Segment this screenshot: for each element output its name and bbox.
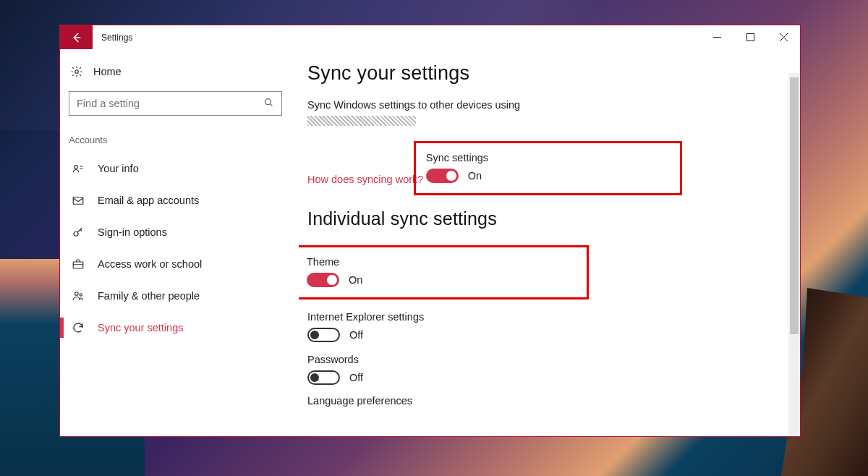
sidebar-item-your-info[interactable]: Your info [69,153,290,184]
search-input[interactable] [77,98,263,109]
maximize-button[interactable] [733,25,767,49]
sidebar-item-label: Your info [98,163,139,174]
svg-rect-6 [73,262,83,268]
sidebar-item-label: Email & app accounts [98,195,199,206]
sidebar-item-label: Family & other people [98,290,200,302]
sidebar-item-sync-settings[interactable]: Sync your settings [69,312,290,344]
scrollbar[interactable] [788,73,800,436]
highlight-theme: Theme On [299,245,589,299]
sync-settings-state: On [468,170,482,182]
maximize-icon [746,33,754,41]
sidebar-item-label: Sync your settings [98,322,183,333]
search-box[interactable] [69,91,282,116]
people-icon [72,289,85,302]
sidebar-item-family-people[interactable]: Family & other people [69,280,290,312]
svg-point-7 [75,292,79,296]
sidebar: Home Accounts Your info Email & app acc [60,49,299,436]
minimize-icon [713,33,721,41]
ie-settings-toggle[interactable] [307,328,340,342]
passwords-label: Passwords [307,352,800,365]
app-title: Settings [93,25,141,49]
individual-sync-heading: Individual sync settings [307,208,800,229]
person-card-icon [72,162,85,175]
passwords-block: Passwords Off [307,352,800,385]
sync-settings-toggle[interactable] [426,169,459,183]
ie-settings-label: Internet Explorer settings [307,310,800,323]
theme-label: Theme [307,255,362,268]
mail-icon [72,194,85,207]
svg-rect-0 [746,34,754,41]
sync-icon [72,321,85,334]
home-button[interactable]: Home [69,58,290,91]
titlebar: Settings [60,25,800,49]
search-icon [263,97,274,111]
theme-state: On [349,274,362,286]
language-prefs-label: Language preferences [307,395,800,407]
close-button[interactable] [767,25,800,49]
scrollbar-thumb[interactable] [790,77,799,334]
svg-point-5 [74,231,78,236]
svg-rect-4 [73,197,83,205]
close-icon [780,33,788,41]
highlight-sync-settings: Sync settings On [414,141,682,195]
sidebar-item-signin-options[interactable]: Sign-in options [69,216,290,248]
page-description: Sync Windows settings to other devices u… [307,98,800,128]
content-area: Sync your settings Sync Windows settings… [299,49,800,436]
ie-settings-block: Internet Explorer settings Off [307,310,800,342]
home-label: Home [93,66,122,77]
settings-window: Settings Home [59,25,801,437]
gear-icon [70,65,83,78]
sidebar-item-email-accounts[interactable]: Email & app accounts [69,184,290,216]
passwords-state: Off [349,372,363,383]
sidebar-item-label: Sign-in options [98,226,167,238]
briefcase-icon [72,258,85,271]
sync-settings-label: Sync settings [426,150,488,163]
key-icon [72,226,85,239]
minimize-button[interactable] [700,25,733,49]
svg-point-1 [75,70,79,74]
sidebar-item-access-work-school[interactable]: Access work or school [69,248,290,280]
page-title: Sync your settings [307,62,800,85]
sidebar-item-label: Access work or school [98,258,202,270]
category-label: Accounts [69,132,290,153]
ie-settings-state: Off [349,329,363,341]
back-button[interactable] [60,25,93,49]
theme-toggle[interactable] [307,273,339,287]
how-syncing-works-link[interactable]: How does syncing work? [307,174,423,185]
svg-point-3 [75,166,78,169]
passwords-toggle[interactable] [307,370,340,385]
account-name-redacted [307,116,416,126]
arrow-left-icon [70,31,83,44]
window-controls [700,25,800,49]
svg-point-8 [80,294,82,296]
